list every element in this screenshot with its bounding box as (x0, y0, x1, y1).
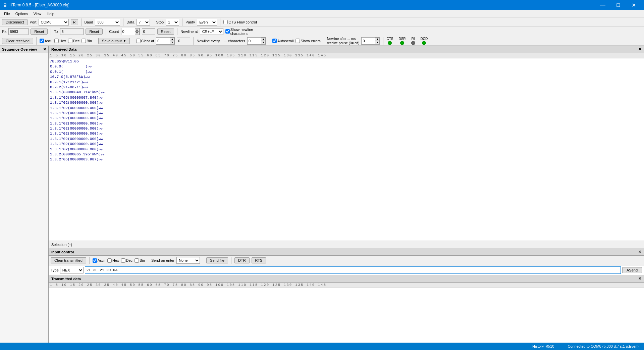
input-ascii-checkbox[interactable]: Ascii (93, 258, 105, 263)
dec-input[interactable] (68, 39, 72, 43)
transmitted-panel: Transmitted data ✕ 1 5 10 15 20 25 30 35… (49, 275, 644, 343)
dec-checkbox[interactable]: Dec (68, 39, 80, 43)
input-ascii-label: Ascii (98, 258, 105, 262)
parity-label: Parity (185, 20, 195, 24)
show-newline-input[interactable] (225, 29, 230, 34)
count-value2 (142, 28, 155, 35)
menu-options[interactable]: Options (13, 11, 31, 16)
hex-input[interactable] (54, 39, 59, 43)
tx-reset-button[interactable]: Reset (86, 29, 103, 35)
input-dec-checkbox[interactable]: Dec (121, 258, 133, 263)
cts-flow-label: CTS Flow control (228, 20, 257, 24)
newline-after-label1: Newline after ... ms (327, 37, 360, 41)
received-data-content: /ELS5\@V11.05 0.0.0( )↵↵ 0.0.1( )↵↵ 16.7… (49, 58, 644, 163)
count-down-button[interactable]: ▼ (135, 32, 140, 35)
ascii-checkbox[interactable]: Ascii (40, 39, 52, 43)
menu-file[interactable]: File (1, 11, 13, 16)
input-bin-input[interactable] (135, 258, 139, 263)
dcd-led (422, 41, 426, 45)
menu-help[interactable]: Help (44, 11, 57, 16)
count-reset-button[interactable]: Reset (157, 29, 174, 35)
clear-at-value[interactable] (156, 38, 170, 44)
toolbar-rx-tx: Rx Reset Tx Reset Count ▲ ▼ Reset Newlin… (0, 27, 644, 36)
dsr-label: DSR (398, 37, 406, 41)
clear-at-checkbox[interactable]: Clear at (136, 39, 154, 43)
clear-at-label: Clear at (141, 39, 154, 43)
tx-value (60, 28, 84, 35)
hex-label: Hex (59, 39, 66, 43)
send-file-button[interactable]: Send file (206, 257, 228, 263)
clear-at-input[interactable] (136, 39, 141, 43)
menu-view[interactable]: View (31, 11, 44, 16)
hex-checkbox[interactable]: Hex (54, 39, 66, 43)
show-newline-checkbox[interactable]: Show newlinecharacters (225, 28, 253, 36)
input-hex-input[interactable] (107, 258, 112, 263)
input-toolbar: Clear transmitted Ascii Hex Dec Bin (49, 256, 644, 265)
rx-reset-button[interactable]: Reset (31, 29, 48, 35)
newline-at-select[interactable]: CR+LF (200, 28, 223, 35)
stop-select[interactable]: 1 (166, 19, 179, 26)
newline-every-down[interactable]: ▼ (261, 41, 266, 44)
bin-input[interactable] (82, 39, 86, 43)
input-panel-close[interactable]: ✕ (638, 250, 641, 254)
transmitted-panel-header: Transmitted data ✕ (49, 275, 644, 283)
clear-received-button[interactable]: Clear received (2, 38, 33, 44)
hex-input-field[interactable] (85, 266, 621, 274)
input-hex-label: Hex (112, 258, 119, 262)
data-select[interactable]: 7 (137, 19, 150, 26)
newline-after-value[interactable] (362, 38, 375, 44)
port-select[interactable]: COM8 (39, 19, 69, 26)
clear-at-up[interactable]: ▲ (170, 38, 174, 41)
autoscroll-input[interactable] (272, 39, 277, 43)
sidebar-close-button[interactable]: ✕ (43, 47, 46, 51)
send-on-enter-select[interactable]: None (176, 257, 200, 264)
received-panel-header: Received Data ✕ (49, 46, 644, 53)
show-errors-input[interactable] (296, 39, 300, 43)
transmitted-panel-close[interactable]: ✕ (638, 277, 641, 281)
baud-select[interactable]: 300 (95, 19, 120, 26)
window-title: HTerm 0.8.5 - [Elser_AS3000.cfg] (9, 3, 69, 7)
transmitted-panel-title: Transmitted data (51, 277, 81, 281)
cts-flow-input[interactable] (223, 20, 228, 24)
input-dec-input[interactable] (121, 258, 125, 263)
maximize-button[interactable]: □ (610, 0, 626, 10)
rts-button[interactable]: RTS (252, 257, 266, 263)
close-button[interactable]: ✕ (626, 0, 641, 10)
r-button[interactable]: R (71, 19, 78, 25)
type-select[interactable]: HEX ASCII DEC BIN (60, 267, 84, 273)
autoscroll-label: Autoscroll (277, 39, 293, 43)
cts-flow-checkbox[interactable]: CTS Flow control (223, 20, 257, 24)
newline-every-label: Newline every (197, 39, 220, 43)
clear-at-down[interactable]: ▼ (170, 41, 174, 44)
count-input[interactable] (121, 29, 135, 35)
show-errors-checkbox[interactable]: Show errors (296, 39, 320, 43)
led-group: CTS DSR RI DCD (386, 37, 428, 45)
autoscroll-checkbox[interactable]: Autoscroll (272, 39, 293, 43)
input-hex-checkbox[interactable]: Hex (107, 258, 119, 263)
ascii-input[interactable] (40, 39, 44, 43)
input-ascii-input[interactable] (93, 258, 97, 263)
dtr-button[interactable]: DTR (234, 257, 250, 263)
input-bin-checkbox[interactable]: Bin (135, 258, 145, 263)
newline-every-value[interactable] (248, 38, 261, 44)
clear-transmitted-button[interactable]: Clear transmitted (51, 257, 86, 263)
asend-button[interactable]: ASend (622, 267, 642, 273)
save-output-button[interactable]: Save output ▼ (98, 38, 130, 44)
parity-select[interactable]: Even (197, 19, 217, 26)
ri-led (411, 41, 415, 45)
newline-after-up[interactable]: ▲ (375, 38, 380, 41)
dcd-label: DCD (421, 37, 428, 41)
transmitted-data-display[interactable] (49, 288, 644, 343)
minimize-button[interactable]: — (595, 0, 610, 10)
received-panel-title: Received Data (51, 47, 76, 51)
port-label: Port (30, 20, 36, 24)
count-up-button[interactable]: ▲ (135, 28, 140, 32)
received-data-display[interactable]: /ELS5\@V11.05 0.0.0( )↵↵ 0.0.1( )↵↵ 16.7… (49, 58, 644, 241)
bin-checkbox[interactable]: Bin (82, 39, 92, 43)
newline-after-label2: receive pause (0= off) (327, 41, 360, 45)
input-bin-label: Bin (140, 258, 145, 262)
disconnect-button[interactable]: Disconnect (2, 19, 28, 25)
received-panel-close[interactable]: ✕ (638, 47, 641, 51)
newline-every-up[interactable]: ▲ (261, 38, 266, 41)
newline-after-down[interactable]: ▼ (375, 41, 380, 44)
